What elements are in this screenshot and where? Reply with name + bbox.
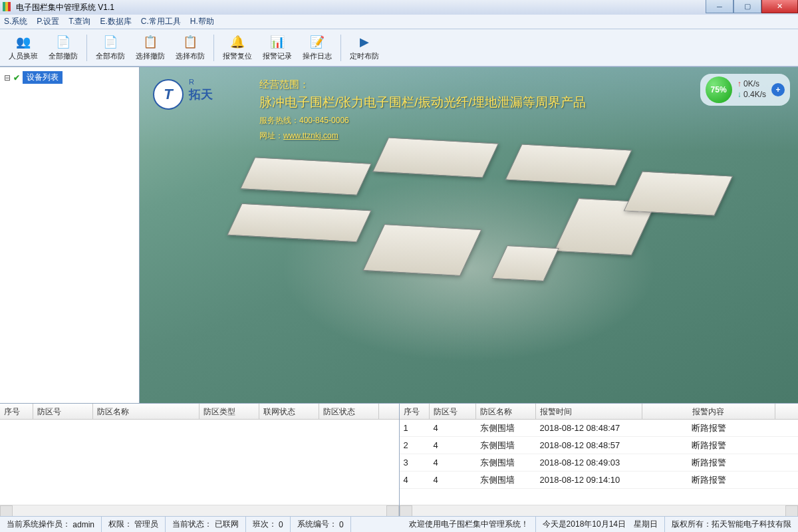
- cell: 1: [400, 420, 430, 436]
- menu-tools[interactable]: C.常用工具: [141, 16, 181, 27]
- website-label: 网址：: [259, 131, 283, 140]
- zone-grid-body[interactable]: [0, 420, 399, 505]
- col-header[interactable]: 防区名称: [93, 404, 200, 419]
- menu-database[interactable]: E.数据库: [100, 16, 131, 27]
- sysno-value: 0: [339, 520, 344, 529]
- col-header[interactable]: 防区类型: [200, 404, 259, 419]
- menu-help[interactable]: H.帮助: [190, 16, 214, 27]
- logo-text: 拓天: [189, 86, 213, 102]
- tool-icon: ▶: [356, 34, 372, 50]
- operator-label: 当前系统操作员：: [7, 519, 70, 530]
- minimize-button[interactable]: ─: [706, 0, 733, 13]
- tool-icon: 👥: [15, 34, 31, 50]
- tool-6[interactable]: 📊报警记录: [259, 31, 295, 65]
- role-value: 管理员: [134, 519, 158, 530]
- tool-4[interactable]: 📋选择布防: [172, 31, 208, 65]
- overlay-line1: 经营范围：: [259, 76, 586, 92]
- col-header[interactable]: 序号: [0, 404, 33, 419]
- cell: 2018-08-12 09:14:10: [536, 472, 642, 487]
- date-value: 2018年10月14日 星期日: [567, 519, 658, 530]
- cell: 4: [430, 420, 476, 436]
- maximize-button[interactable]: ▢: [733, 0, 761, 13]
- date-label: 今天是: [543, 519, 567, 530]
- cell: 东侧围墙: [476, 420, 536, 437]
- usage-gauge: 75%: [706, 76, 732, 103]
- cell: 4: [430, 438, 476, 453]
- widget-plus-button[interactable]: +: [771, 83, 785, 96]
- welcome-text: 欢迎使用电子围栏集中管理系统！: [409, 519, 529, 530]
- tool-icon: 📝: [309, 34, 325, 50]
- cell: 3: [400, 455, 430, 470]
- tree-root-label: 设备列表: [23, 71, 63, 84]
- operator-value: admin: [72, 520, 94, 529]
- hotline-label: 服务热线：: [259, 116, 299, 125]
- window-title: 电子围栏集中管理系统 V1.1: [16, 2, 706, 13]
- menu-query[interactable]: T.查询: [68, 16, 90, 27]
- overlay-line2: 脉冲电子围栏/张力电子围栏/振动光纤/埋地泄漏等周界产品: [259, 92, 586, 112]
- cell: 东侧围墙: [476, 437, 536, 454]
- tool-label: 操作日志: [303, 51, 332, 61]
- tool-label: 选择布防: [176, 51, 205, 61]
- upload-rate: 0K/s: [737, 79, 766, 90]
- col-header[interactable]: 报警时间: [536, 404, 642, 419]
- sysno-label: 系统编号：: [297, 519, 337, 530]
- copyright-value: 拓天智能电子科技有限: [712, 519, 791, 530]
- tool-0[interactable]: 👥人员换班: [5, 31, 41, 65]
- alarm-grid-hscroll[interactable]: [400, 505, 799, 516]
- menu-settings[interactable]: P.设置: [37, 16, 59, 27]
- tool-7[interactable]: 📝操作日志: [299, 31, 335, 65]
- tool-1[interactable]: 📄全部撤防: [45, 31, 81, 65]
- col-header[interactable]: 防区号: [33, 404, 93, 419]
- table-row[interactable]: 44东侧围墙2018-08-12 09:14:10断路报警: [400, 471, 799, 489]
- tool-label: 报警记录: [263, 51, 292, 61]
- table-row[interactable]: 14东侧围墙2018-08-12 08:48:47断路报警: [400, 420, 799, 437]
- copyright-label: 版权所有：: [672, 519, 712, 530]
- cell: 断路报警: [642, 420, 775, 437]
- zone-grid: 序号防区号防区名称防区类型联网状态防区状态: [0, 404, 400, 516]
- menu-system[interactable]: S.系统: [4, 16, 27, 27]
- tool-5[interactable]: 🔔报警复位: [219, 31, 255, 65]
- shift-label: 班次：: [253, 519, 277, 530]
- zone-grid-header: 序号防区号防区名称防区类型联网状态防区状态: [0, 404, 399, 420]
- device-tree-panel: ⊟ ✔ 设备列表: [0, 67, 140, 403]
- col-header[interactable]: 防区名称: [476, 404, 536, 419]
- cell: 4: [430, 472, 476, 487]
- tool-3[interactable]: 📋选择撤防: [132, 31, 168, 65]
- cell: 东侧围墙: [476, 454, 536, 471]
- overlay-info: 经营范围： 脉冲电子围栏/张力电子围栏/振动光纤/埋地泄漏等周界产品 服务热线：…: [259, 76, 586, 142]
- cell: 4: [400, 472, 430, 487]
- cell: 2018-08-12 08:49:03: [536, 455, 642, 470]
- tree-root[interactable]: ⊟ ✔ 设备列表: [4, 71, 135, 84]
- tool-label: 报警复位: [223, 51, 252, 61]
- toolbar: 👥人员换班📄全部撤防📄全部布防📋选择撤防📋选择布防🔔报警复位📊报警记录📝操作日志…: [0, 29, 798, 66]
- role-label: 权限：: [108, 519, 132, 530]
- app-icon: [3, 2, 13, 13]
- check-icon: ✔: [13, 73, 20, 82]
- tool-label: 定时布防: [350, 51, 379, 61]
- close-button[interactable]: ✕: [761, 0, 798, 13]
- col-header[interactable]: 联网状态: [259, 404, 319, 419]
- tool-2[interactable]: 📄全部布防: [92, 31, 128, 65]
- map-canvas[interactable]: T R 拓天 经营范围： 脉冲电子围栏/张力电子围栏/振动光纤/埋地泄漏等周界产…: [140, 67, 798, 403]
- col-header[interactable]: 序号: [400, 404, 430, 419]
- network-status-widget[interactable]: 75% 0K/s 0.4K/s +: [700, 74, 790, 106]
- table-row[interactable]: 24东侧围墙2018-08-12 08:48:57断路报警: [400, 437, 799, 454]
- logo-icon: T: [153, 79, 184, 110]
- col-header[interactable]: 防区号: [430, 404, 476, 419]
- zone-grid-hscroll[interactable]: [0, 505, 399, 516]
- col-header[interactable]: 报警内容: [642, 404, 775, 419]
- col-header[interactable]: 防区状态: [319, 404, 379, 419]
- hotline-value: 400-845-0006: [299, 116, 349, 125]
- website-link[interactable]: www.ttznkj.com: [283, 131, 338, 140]
- download-rate: 0.4K/s: [737, 90, 766, 100]
- tool-label: 全部布防: [96, 51, 125, 61]
- table-row[interactable]: 34东侧围墙2018-08-12 08:49:03断路报警: [400, 454, 799, 471]
- tool-icon: 📋: [142, 34, 158, 50]
- tool-icon: 📋: [182, 34, 198, 50]
- state-value: 已联网: [215, 519, 239, 530]
- alarm-grid-body[interactable]: 14东侧围墙2018-08-12 08:48:47断路报警24东侧围墙2018-…: [400, 420, 799, 505]
- alarm-grid: 序号防区号防区名称报警时间报警内容 14东侧围墙2018-08-12 08:48…: [400, 404, 799, 516]
- lower-grids: 序号防区号防区名称防区类型联网状态防区状态 序号防区号防区名称报警时间报警内容 …: [0, 403, 798, 516]
- collapse-icon[interactable]: ⊟: [4, 73, 11, 82]
- tool-8[interactable]: ▶定时布防: [346, 31, 382, 65]
